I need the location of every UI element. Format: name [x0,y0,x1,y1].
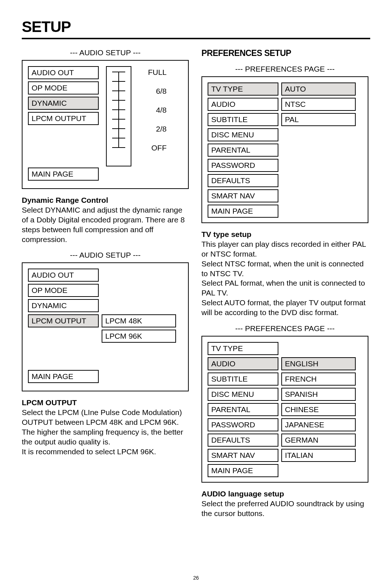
page-number: 26 [0,575,392,581]
option-japanese[interactable]: JAPANESE [281,418,356,431]
tv-type-heading: TV type setup [201,230,368,239]
menu-parental[interactable]: PARENTAL [208,144,278,157]
dynamic-range-body: Select DYNAMIC and adjust the dynamic ra… [22,206,185,243]
option-french[interactable]: FRENCH [281,372,356,386]
dynamic-range-heading: Dynamic Range Control [22,196,189,205]
slider-label-full: FULL [136,68,172,87]
audio2-main-page-slot: MAIN PAGE [28,370,99,385]
menu-parental[interactable]: PARENTAL [208,403,278,416]
option-german[interactable]: GERMAN [281,434,356,447]
menu-tv-type[interactable]: TV TYPE [208,342,278,355]
preferences-panel-2: TV TYPE AUDIO SUBTITLE DISC MENU PARENTA… [201,336,368,483]
pref-page-1-title: --- PREFERENCES PAGE --- [201,65,368,73]
menu-op-mode[interactable]: OP MODE [28,284,99,297]
menu-main-page[interactable]: MAIN PAGE [28,168,99,181]
audio-lang-heading: AUDIO language setup [201,489,368,499]
tv-type-text: TV type setup This player can play discs… [201,230,368,318]
audio-setup-1-title: --- AUDIO SETUP --- [22,48,189,57]
pref2-menu: TV TYPE AUDIO SUBTITLE DISC MENU PARENTA… [208,342,278,479]
option-ntsc[interactable]: NTSC [281,98,356,111]
menu-lpcm-output[interactable]: LPCM OUTPUT [28,314,99,327]
pref2-right-menu: ENGLISH FRENCH SPANISH CHINESE JAPANESE … [281,357,356,464]
tv-type-body: This player can play discs recorded in e… [201,240,366,317]
dynamic-range-text: Dynamic Range Control Select DYNAMIC and… [22,196,189,244]
menu-subtitle[interactable]: SUBTITLE [208,113,278,126]
menu-password[interactable]: PASSWORD [208,418,278,431]
pref-page-2-title: --- PREFERENCES PAGE --- [201,324,368,333]
audio-lang-body: Select the preferred AUDIO soundtrack by… [201,499,364,517]
pref1-menu: TV TYPE AUDIO SUBTITLE DISC MENU PARENTA… [208,82,278,220]
slider-label-4-8: 4/8 [136,106,172,125]
audio-setup-panel-1: AUDIO OUT OP MODE DYNAMIC LPCM OUTPUT [22,60,189,189]
slider-label-off: OFF [136,144,172,159]
option-auto[interactable]: AUTO [281,82,356,96]
menu-audio[interactable]: AUDIO [208,98,278,111]
preferences-panel-1: TV TYPE AUDIO SUBTITLE DISC MENU PARENTA… [201,76,368,223]
audio1-main-page-slot: MAIN PAGE [28,168,99,183]
menu-disc-menu[interactable]: DISC MENU [208,128,278,141]
menu-tv-type[interactable]: TV TYPE [208,82,278,96]
menu-dynamic[interactable]: DYNAMIC [28,299,99,312]
lpcm-text: LPCM OUTPUT Select the LPCM (LIne Pulse … [22,398,189,456]
menu-main-page[interactable]: MAIN PAGE [208,464,278,477]
title-rule [22,38,370,39]
menu-disc-menu[interactable]: DISC MENU [208,388,278,401]
slider-label-6-8: 6/8 [136,87,172,106]
menu-audio-out[interactable]: AUDIO OUT [28,66,99,79]
audio-setup-panel-2: AUDIO OUT OP MODE DYNAMIC LPCM OUTPUT LP… [22,262,189,391]
preferences-setup-heading: PREFERENCES SETUP [201,48,368,58]
dynamic-slider-box [106,66,131,166]
menu-lpcm-output[interactable]: LPCM OUTPUT [28,112,99,125]
option-spanish[interactable]: SPANISH [281,388,356,401]
audio2-menu: AUDIO OUT OP MODE DYNAMIC LPCM OUTPUT [28,269,99,330]
option-lpcm-48k[interactable]: LPCM 48K [102,314,176,327]
right-column: PREFERENCES SETUP --- PREFERENCES PAGE -… [201,48,368,519]
menu-defaults[interactable]: DEFAULTS [208,434,278,447]
audio1-menu: AUDIO OUT OP MODE DYNAMIC LPCM OUTPUT [28,66,99,127]
menu-op-mode[interactable]: OP MODE [28,81,99,94]
option-lpcm-96k[interactable]: LPCM 96K [102,330,176,343]
menu-audio[interactable]: AUDIO [208,357,278,370]
lpcm-body: Select the LPCM (LIne Pulse Code Modulat… [22,408,183,456]
dynamic-slider-ticks [107,67,131,167]
option-english[interactable]: ENGLISH [281,357,356,370]
menu-defaults[interactable]: DEFAULTS [208,174,278,187]
menu-main-page[interactable]: MAIN PAGE [208,205,278,218]
option-chinese[interactable]: CHINESE [281,403,356,416]
lpcm-heading: LPCM OUTPUT [22,398,189,408]
menu-main-page[interactable]: MAIN PAGE [28,370,99,383]
menu-password[interactable]: PASSWORD [208,159,278,172]
audio-setup-2-title: --- AUDIO SETUP --- [22,251,189,259]
menu-smart-nav[interactable]: SMART NAV [208,449,278,462]
menu-smart-nav[interactable]: SMART NAV [208,189,278,202]
left-column: --- AUDIO SETUP --- AUDIO OUT OP MODE DY… [22,48,189,519]
option-pal[interactable]: PAL [281,113,356,126]
pref1-right-menu: AUTO NTSC PAL [281,82,356,128]
dynamic-slider-labels: FULL 6/8 4/8 2/8 OFF [136,68,172,159]
menu-dynamic[interactable]: DYNAMIC [28,97,99,110]
page-title: SETUP [22,18,370,36]
menu-audio-out[interactable]: AUDIO OUT [28,269,99,282]
audio-lang-text: AUDIO language setup Select the preferre… [201,489,368,519]
audio2-right-menu: LPCM 48K LPCM 96K [102,314,176,345]
option-italian[interactable]: ITALIAN [281,449,356,462]
content-columns: --- AUDIO SETUP --- AUDIO OUT OP MODE DY… [22,48,370,519]
slider-label-2-8: 2/8 [136,125,172,144]
menu-subtitle[interactable]: SUBTITLE [208,372,278,386]
